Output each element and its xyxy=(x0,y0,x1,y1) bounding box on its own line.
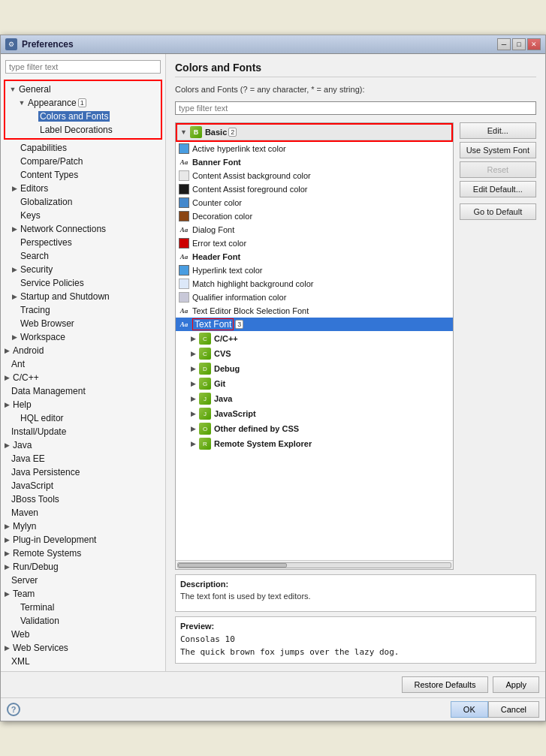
tree-item-workspace[interactable]: ▶ Workspace xyxy=(1,330,165,344)
tree-item-install-update[interactable]: Install/Update xyxy=(1,425,165,438)
use-system-font-button[interactable]: Use System Font xyxy=(460,142,536,158)
tree-label-general: General xyxy=(17,84,51,95)
color-item-counter[interactable]: Counter color xyxy=(176,196,453,209)
tree-item-java[interactable]: ▶ Java xyxy=(1,438,165,452)
tree-label-help: Help xyxy=(11,399,32,410)
color-item-hyperlink[interactable]: Hyperlink text color xyxy=(176,264,453,277)
tree-item-web-services[interactable]: ▶ Web Services xyxy=(1,641,165,655)
tree-item-cplusplus[interactable]: ▶ C/C++ xyxy=(1,371,165,384)
tree-item-jboss-tools[interactable]: JBoss Tools xyxy=(1,492,165,506)
tree-item-search[interactable]: Search xyxy=(1,249,165,263)
horizontal-scrollbar[interactable] xyxy=(176,560,453,569)
color-item-content-assist-bg[interactable]: Content Assist background color xyxy=(176,169,453,182)
tree-item-label-decorations[interactable]: ▶ Label Decorations xyxy=(7,123,159,137)
tree-item-globalization[interactable]: Globalization xyxy=(1,195,165,209)
item-label-banner-font: Banner Font xyxy=(192,158,241,167)
section-git[interactable]: ▶ G Git xyxy=(176,376,453,391)
tree-item-editors[interactable]: ▶ Editors xyxy=(1,182,165,195)
section-icon-basic: B xyxy=(190,126,202,138)
tree-item-keys[interactable]: Keys xyxy=(1,209,165,222)
section-cplusplus[interactable]: ▶ C C/C++ xyxy=(176,331,453,346)
tree-item-ant[interactable]: Ant xyxy=(1,357,165,371)
tree-label-mylyn: Mylyn xyxy=(11,521,36,532)
cancel-button[interactable]: Cancel xyxy=(488,701,539,718)
color-item-decoration[interactable]: Decoration color xyxy=(176,209,453,223)
tree-label-startup-shutdown: Startup and Shutdown xyxy=(19,291,110,302)
color-item-text-font[interactable]: Aa Text Font 3 xyxy=(176,318,453,331)
tree-item-xml[interactable]: XML xyxy=(1,655,165,668)
tree-item-android[interactable]: ▶ Android xyxy=(1,344,165,357)
tree-item-compare-patch[interactable]: Compare/Patch xyxy=(1,155,165,168)
tree-item-mylyn[interactable]: ▶ Mylyn xyxy=(1,520,165,533)
apply-button[interactable]: Apply xyxy=(493,676,539,693)
tree-item-tracing[interactable]: Tracing xyxy=(1,303,165,317)
maximize-button[interactable]: □ xyxy=(512,38,526,50)
tree-item-service-policies[interactable]: Service Policies xyxy=(1,276,165,290)
tree-label-ant: Ant xyxy=(10,359,25,369)
tree-item-web[interactable]: Web xyxy=(1,628,165,641)
tree-item-appearance[interactable]: ▼ Appearance 1 xyxy=(7,96,159,110)
section-remote-system[interactable]: ▶ R Remote System Explorer xyxy=(176,436,453,451)
tree-label-remote-systems: Remote Systems xyxy=(11,548,81,559)
color-item-dialog-font[interactable]: Aa Dialog Font xyxy=(176,223,453,236)
right-filter-input[interactable] xyxy=(175,101,536,115)
section-java[interactable]: ▶ J Java xyxy=(176,391,453,406)
left-filter-input[interactable] xyxy=(5,60,161,74)
tree-item-terminal[interactable]: Terminal xyxy=(1,601,165,614)
tree-arrow-cplusplus: ▶ xyxy=(2,373,11,382)
color-swatch-match-highlight xyxy=(179,279,189,289)
tree-item-general[interactable]: ▼ General xyxy=(7,83,159,96)
tree-item-capabilities[interactable]: Capabilities xyxy=(1,141,165,155)
tree-item-team[interactable]: ▶ Team xyxy=(1,587,165,601)
section-javascript[interactable]: ▶ J JavaScript xyxy=(176,406,453,421)
color-item-error-text[interactable]: Error text color xyxy=(176,236,453,250)
tree-item-content-types[interactable]: Content Types xyxy=(1,168,165,182)
reset-button[interactable]: Reset xyxy=(460,161,536,178)
tree-item-validation[interactable]: Validation xyxy=(1,614,165,628)
tree-arrow-mylyn: ▶ xyxy=(2,522,11,531)
section-arrow-git: ▶ xyxy=(191,380,196,387)
restore-defaults-button[interactable]: Restore Defaults xyxy=(402,676,489,693)
tree-item-java-persistence[interactable]: Java Persistence xyxy=(1,465,165,479)
tree-item-security[interactable]: ▶ Security xyxy=(1,263,165,276)
close-button[interactable]: ✕ xyxy=(527,38,541,50)
color-item-qualifier[interactable]: Qualifier information color xyxy=(176,291,453,304)
color-item-active-hyperlink[interactable]: Active hyperlink text color xyxy=(176,142,453,155)
section-icon-debug: D xyxy=(199,363,211,375)
tree-item-server[interactable]: Server xyxy=(1,574,165,587)
edit-button[interactable]: Edit... xyxy=(460,122,536,139)
color-item-match-highlight[interactable]: Match highlight background color xyxy=(176,277,453,291)
color-item-banner-font[interactable]: Aa Banner Font xyxy=(176,155,453,169)
go-to-default-button[interactable]: Go to Default xyxy=(460,203,536,220)
tree-item-colors-fonts[interactable]: ▶ Colors and Fonts xyxy=(7,110,159,123)
tree-item-perspectives[interactable]: Perspectives xyxy=(1,236,165,249)
tree-item-web-browser[interactable]: Web Browser xyxy=(1,317,165,330)
right-panel: Colors and Fonts Colors and Fonts (? = a… xyxy=(166,54,545,671)
edit-default-button[interactable]: Edit Default... xyxy=(460,181,536,197)
scrollbar-thumb xyxy=(178,563,287,568)
tree-item-startup-shutdown[interactable]: ▶ Startup and Shutdown xyxy=(1,290,165,303)
color-item-block-selection-font[interactable]: Aa Text Editor Block Selection Font xyxy=(176,304,453,318)
tree-item-data-management[interactable]: Data Management xyxy=(1,384,165,398)
tree-item-remote-systems[interactable]: ▶ Remote Systems xyxy=(1,547,165,560)
section-icon-git: G xyxy=(199,378,211,390)
section-cvs[interactable]: ▶ C CVS xyxy=(176,346,453,361)
section-basic[interactable]: ▼ B Basic 2 xyxy=(177,125,451,140)
section-other-css[interactable]: ▶ O Other defined by CSS xyxy=(176,421,453,436)
ok-button[interactable]: OK xyxy=(451,701,488,718)
tree-item-maven[interactable]: Maven xyxy=(1,506,165,520)
tree-item-help[interactable]: ▶ Help xyxy=(1,398,165,411)
help-icon[interactable]: ? xyxy=(7,703,20,716)
section-debug[interactable]: ▶ D Debug xyxy=(176,361,453,376)
tree-item-plugin-dev[interactable]: ▶ Plug-in Development xyxy=(1,533,165,547)
tree-item-network-connections[interactable]: ▶ Network Connections xyxy=(1,222,165,236)
item-label-decoration: Decoration color xyxy=(192,212,252,221)
minimize-button[interactable]: ─ xyxy=(497,38,511,50)
tree-item-java-ee[interactable]: Java EE xyxy=(1,452,165,465)
tree-item-run-debug[interactable]: ▶ Run/Debug xyxy=(1,560,165,574)
color-font-list-scroll[interactable]: ▼ B Basic 2 Active hyperlink text color xyxy=(176,123,453,560)
color-item-header-font[interactable]: Aa Header Font xyxy=(176,250,453,264)
tree-item-javascript[interactable]: JavaScript xyxy=(1,479,165,492)
color-item-content-assist-fg[interactable]: Content Assist foreground color xyxy=(176,182,453,196)
tree-item-hql-editor[interactable]: HQL editor xyxy=(1,411,165,425)
